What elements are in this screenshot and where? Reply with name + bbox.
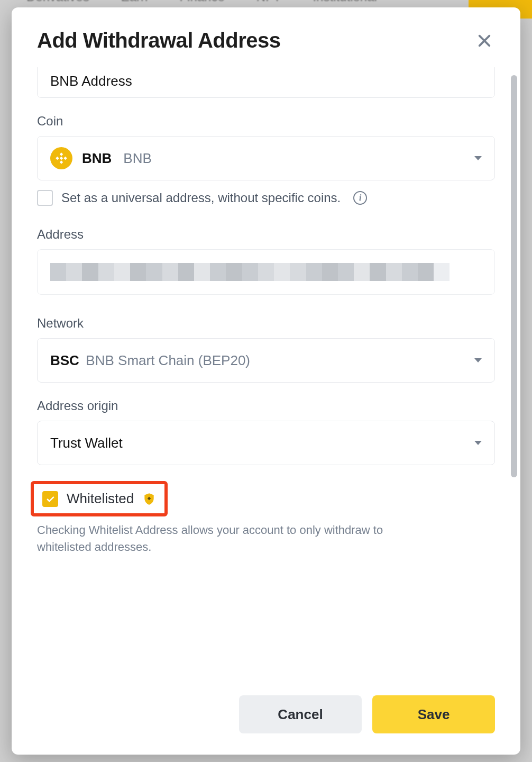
modal-title: Add Withdrawal Address <box>37 29 281 52</box>
add-withdrawal-address-modal: Add Withdrawal Address BNB Address Coin … <box>12 7 520 755</box>
address-label-field: BNB Address <box>37 67 495 98</box>
network-select[interactable]: BSC BNB Smart Chain (BEP20) <box>37 338 495 383</box>
close-button[interactable] <box>474 30 495 51</box>
whitelist-block: Whitelisted Checking Whitelist Address a… <box>37 481 495 556</box>
chevron-down-icon <box>474 156 482 160</box>
modal-body: BNB Address Coin BNB BNB Set as a univer… <box>12 67 520 683</box>
coin-symbol: BNB <box>82 150 112 167</box>
universal-address-label: Set as a universal address, without spec… <box>61 190 341 205</box>
network-label: Network <box>37 316 495 331</box>
whitelist-description: Checking Whitelist Address allows your a… <box>37 522 439 556</box>
address-label-input[interactable]: BNB Address <box>37 67 495 98</box>
address-input[interactable] <box>37 249 495 295</box>
coin-label: Coin <box>37 114 495 129</box>
network-name: BNB Smart Chain (BEP20) <box>86 352 250 368</box>
close-icon <box>476 32 493 49</box>
whitelist-label: Whitelisted <box>67 491 134 507</box>
cancel-button[interactable]: Cancel <box>239 695 362 733</box>
coin-select[interactable]: BNB BNB <box>37 136 495 180</box>
address-origin-field: Address origin Trust Wallet <box>37 398 495 465</box>
coin-field: Coin BNB BNB Set as a universal address,… <box>37 114 495 206</box>
address-field: Address <box>37 227 495 295</box>
address-origin-value: Trust Wallet <box>50 435 123 451</box>
address-origin-select[interactable]: Trust Wallet <box>37 421 495 465</box>
address-label: Address <box>37 227 495 242</box>
universal-address-row: Set as a universal address, without spec… <box>37 190 495 206</box>
chevron-down-icon <box>474 441 482 445</box>
scrollbar-thumb[interactable] <box>511 75 517 477</box>
check-icon <box>45 494 56 504</box>
bnb-coin-icon <box>50 147 72 169</box>
address-redacted <box>50 263 482 281</box>
address-label-value: BNB Address <box>50 73 132 89</box>
modal-header: Add Withdrawal Address <box>12 7 520 67</box>
modal-footer: Cancel Save <box>12 683 520 755</box>
save-button[interactable]: Save <box>372 695 495 733</box>
network-select-value: BSC BNB Smart Chain (BEP20) <box>50 352 250 369</box>
coin-select-value: BNB BNB <box>50 147 152 169</box>
network-symbol: BSC <box>50 352 79 368</box>
coin-name: BNB <box>123 150 151 167</box>
network-field: Network BSC BNB Smart Chain (BEP20) <box>37 316 495 383</box>
whitelist-highlight: Whitelisted <box>31 481 168 516</box>
chevron-down-icon <box>474 358 482 362</box>
shield-icon <box>142 492 156 506</box>
info-icon[interactable]: i <box>353 191 367 205</box>
whitelist-checkbox[interactable] <box>42 491 58 507</box>
address-origin-label: Address origin <box>37 398 495 413</box>
universal-address-checkbox[interactable] <box>37 190 53 206</box>
